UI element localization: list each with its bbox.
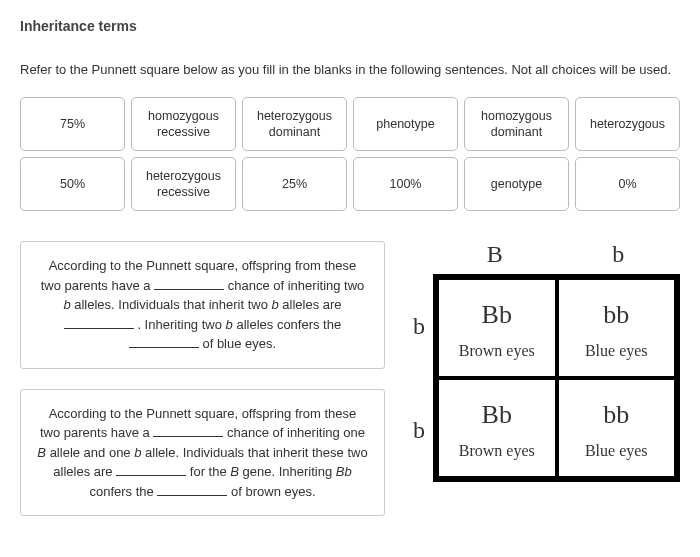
italic-genotype: Bb xyxy=(336,464,352,479)
blank-drop-target[interactable] xyxy=(157,483,227,496)
page-title: Inheritance terms xyxy=(20,18,680,34)
punnett-genotype: Bb xyxy=(482,400,512,430)
passage-2-text: confers the xyxy=(89,484,157,499)
passage-2: According to the Punnett square, offspri… xyxy=(20,389,385,517)
passage-2-text: gene. Inheriting xyxy=(239,464,336,479)
passage-2-text: for the xyxy=(186,464,230,479)
punnett-phenotype: Brown eyes xyxy=(459,442,535,460)
choice-25-percent[interactable]: 25% xyxy=(242,157,347,211)
choice-genotype[interactable]: genotype xyxy=(464,157,569,211)
passage-1-text: alleles are xyxy=(279,297,342,312)
punnett-top-allele-1: B xyxy=(433,241,557,274)
choice-heterozygous[interactable]: heterozygous xyxy=(575,97,680,151)
italic-allele: b xyxy=(226,317,233,332)
italic-allele: B xyxy=(37,445,46,460)
choice-heterozygous-dominant[interactable]: heterozygous dominant xyxy=(242,97,347,151)
punnett-square: B b b b Bb Brown eyes bb Blue eyes xyxy=(405,241,680,516)
instructions-text: Refer to the Punnett square below as you… xyxy=(20,62,680,77)
punnett-phenotype: Brown eyes xyxy=(459,342,535,360)
choice-homozygous-dominant[interactable]: homozygous dominant xyxy=(464,97,569,151)
italic-allele: b xyxy=(272,297,279,312)
punnett-cell: bb Blue eyes xyxy=(557,378,677,478)
choice-0-percent[interactable]: 0% xyxy=(575,157,680,211)
blank-drop-target[interactable] xyxy=(116,463,186,476)
passage-1-text: of blue eyes. xyxy=(199,336,276,351)
passage-1-text: alleles confers the xyxy=(233,317,341,332)
choice-phenotype[interactable]: phenotype xyxy=(353,97,458,151)
punnett-genotype: bb xyxy=(603,400,629,430)
choice-heterozygous-recessive[interactable]: heterozygous recessive xyxy=(131,157,236,211)
punnett-cell: Bb Brown eyes xyxy=(437,278,557,378)
punnett-cell: Bb Brown eyes xyxy=(437,378,557,478)
passage-1-text: . Inheriting two xyxy=(134,317,226,332)
blank-drop-target[interactable] xyxy=(153,424,223,437)
passage-2-text: allele and one xyxy=(46,445,134,460)
punnett-genotype: bb xyxy=(603,300,629,330)
choice-50-percent[interactable]: 50% xyxy=(20,157,125,211)
italic-allele: B xyxy=(230,464,239,479)
choice-homozygous-recessive[interactable]: homozygous recessive xyxy=(131,97,236,151)
punnett-side-allele-1: b xyxy=(405,274,433,378)
blank-drop-target[interactable] xyxy=(64,316,134,329)
passage-2-text: chance of inheriting one xyxy=(223,425,365,440)
punnett-top-allele-2: b xyxy=(557,241,681,274)
choice-75-percent[interactable]: 75% xyxy=(20,97,125,151)
punnett-phenotype: Blue eyes xyxy=(585,342,648,360)
blank-drop-target[interactable] xyxy=(129,335,199,348)
punnett-cell: bb Blue eyes xyxy=(557,278,677,378)
choice-100-percent[interactable]: 100% xyxy=(353,157,458,211)
passage-2-text: of brown eyes. xyxy=(227,484,315,499)
passage-1-text: chance of inheriting two xyxy=(224,278,364,293)
punnett-side-allele-2: b xyxy=(405,378,433,482)
punnett-phenotype: Blue eyes xyxy=(585,442,648,460)
italic-allele: b xyxy=(63,297,70,312)
choice-bank: 75% homozygous recessive heterozygous do… xyxy=(20,97,680,211)
passage-1: According to the Punnett square, offspri… xyxy=(20,241,385,369)
blank-drop-target[interactable] xyxy=(154,277,224,290)
punnett-genotype: Bb xyxy=(482,300,512,330)
passage-1-text: alleles. Individuals that inherit two xyxy=(71,297,272,312)
